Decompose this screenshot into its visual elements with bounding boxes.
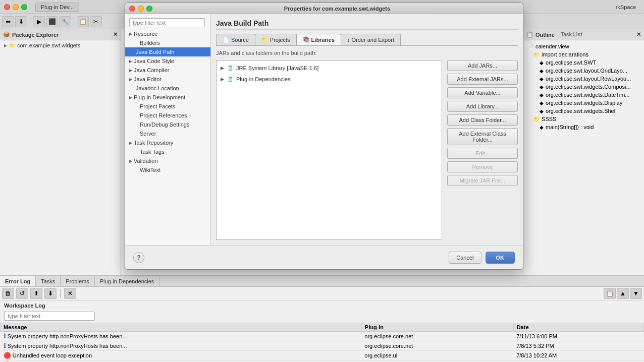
cancel-button[interactable]: Cancel [449,252,481,264]
package-explorer-icon: 📦 [3,31,10,38]
bottom-right-btn-2[interactable]: ▲ [617,288,629,299]
error-icon: 🔴 [4,352,13,359]
close-outline-btn[interactable]: ✕ [636,31,641,38]
outline-item[interactable]: ◆org.eclipse.swt.layout.GridLayo... [525,67,642,75]
bottom-tb-btn-4[interactable]: ⬇ [44,288,57,299]
action-buttons-panel: Add JARs...Add External JARs...Add Varia… [442,60,518,240]
action-btn-add-library-[interactable]: Add Library... [447,101,518,112]
tab-order-and-export[interactable]: ↕Order and Export [341,34,401,45]
dialog-max-btn[interactable] [146,6,152,12]
sidebar-item-builders[interactable]: Builders [125,38,210,47]
toolbar-btn-1[interactable]: ⬅ [2,16,14,27]
outline-item[interactable]: ◆main(String[]) : void [525,123,642,131]
outline-item-icon: ◆ [540,125,544,130]
action-btn-add-class-folder-[interactable]: Add Class Folder... [447,114,518,126]
sidebar-item-project-facets[interactable]: Project Facets [125,102,210,111]
sidebar-item-server[interactable]: Server [125,129,210,138]
outline-item[interactable]: ◆org.eclipse.swt.widgets.Composi... [525,83,642,91]
dialog-titlebar: Properties for com.example.swt.widgets [125,3,523,14]
log-filter-input[interactable] [4,312,95,321]
log-row[interactable]: 🔴 Unhandled event loop exceptionorg.ecli… [1,360,644,363]
sidebar-item-java-compiler[interactable]: ▶Java Compiler [125,66,210,75]
sidebar-item-plug-in-development[interactable]: ▶Plug-in Development [125,93,210,102]
action-btn-add-external-jars-[interactable]: Add External JARs... [447,74,518,85]
toolbar-btn-7[interactable]: ✂ [90,16,102,27]
sidebar-item-java-code-style[interactable]: ▶Java Code Style [125,56,210,66]
bottom-tb-btn-1[interactable]: 🗑 [2,288,14,299]
expand-arrow: ▶ [129,77,132,82]
sidebar-item-run/debug-settings[interactable]: Run/Debug Settings [125,120,210,129]
toolbar-btn-5[interactable]: 🔧 [59,16,71,27]
bottom-tb-btn-2[interactable]: ↺ [16,288,28,299]
build-path-item[interactable]: ▶🫙Plug-in Dependencies [219,74,440,85]
dialog-close-btn[interactable] [129,6,135,12]
toolbar-btn-4[interactable]: ⬛ [46,16,58,27]
build-path-content: ▶🫙JRE System Library [JavaSE-1.6]▶🫙Plug-… [216,60,518,240]
log-column-date: Date [513,323,643,332]
log-message-cell: ℹ System property http.nonProxyHosts has… [1,332,362,341]
bottom-tabs: Error LogTasksProblemsPlug-in Dependenci… [0,276,644,287]
bottom-tb-btn-5[interactable]: ✕ [64,288,76,299]
dialog-filter-input[interactable] [129,18,205,27]
action-btn-add-external-class-folder-[interactable]: Add External Class Folder... [447,128,518,145]
outline-item[interactable]: ◆org.eclipse.swt.widgets.Shell [525,107,642,115]
bottom-right-btn-1[interactable]: 📋 [604,288,616,299]
bottom-tb-btn-3[interactable]: ⬆ [30,288,42,299]
bottom-tab-tasks[interactable]: Tasks [36,276,61,286]
maximize-button[interactable] [21,4,27,10]
sidebar-item-java-build-path[interactable]: Java Build Path [125,47,210,56]
tab-projects[interactable]: 📁Projects [255,34,297,45]
help-button[interactable]: ? [133,252,144,263]
action-btn-edit-: Edit... [447,148,518,159]
toolbar-btn-2[interactable]: ⬇ [15,16,27,27]
tab-libraries[interactable]: 📚Libraries [296,34,341,45]
outline-item[interactable]: ◆org.eclipse.swt.layout.RowLayou... [525,75,642,83]
log-date-cell: 7/8/13 10:22 AM [513,360,643,363]
action-btn-add-jars-[interactable]: Add JARs... [447,60,518,71]
bottom-tab-problems[interactable]: Problems [61,276,94,286]
outline-item[interactable]: ◆org.eclipse.swt.widgets.DateTim... [525,91,642,99]
plugin-tab[interactable]: Plug-in Dev... [35,3,79,12]
log-row[interactable]: ℹ System property http.nonProxyHosts has… [1,332,644,341]
outline-item-icon: ◆ [540,100,544,106]
task-list-title: Task List [561,32,582,37]
sidebar-item-project-references[interactable]: Project References [125,111,210,120]
log-plugin-cell: org.eclipse.core.net [361,341,513,351]
properties-dialog: Properties for com.example.swt.widgets ▶… [125,3,523,270]
log-message: System property http.nonProxyHosts has b… [8,343,127,349]
log-row[interactable]: 🔴 Unhandled event loop exceptionorg.ecli… [1,351,644,360]
bottom-tab-plug-in-dependencies[interactable]: Plug-in Dependencies [95,276,160,286]
sidebar-item-task-repository[interactable]: ▶Task Repository [125,138,210,147]
window-controls [4,4,27,10]
build-path-item[interactable]: ▶🫙JRE System Library [JavaSE-1.6] [219,63,440,74]
outline-item[interactable]: ◆org.eclipse.swt.widgets.Display [525,99,642,107]
outline-item-label: org.eclipse.swt.widgets.DateTim... [546,92,629,98]
sidebar-item-validation[interactable]: ▶Validation [125,156,210,165]
bottom-right-btn-3[interactable]: ▼ [630,288,642,299]
toolbar-btn-3[interactable]: ▶ [33,16,45,27]
sidebar-item-javadoc-location[interactable]: Javadoc Location [125,84,210,93]
close-button[interactable] [4,4,10,10]
dialog-min-btn[interactable] [138,6,144,12]
outline-item[interactable]: 📁SSSS [525,115,642,123]
sidebar-item-label: Task Tags [140,149,165,155]
bottom-tab-error-log[interactable]: Error Log [0,276,36,286]
outline-item[interactable]: 📄calender.view [525,42,642,50]
sidebar-item-java-editor[interactable]: ▶Java Editor [125,75,210,84]
toolbar-btn-6[interactable]: 📋 [77,16,89,27]
sidebar-item-resource[interactable]: ▶Resource [125,29,210,38]
log-row[interactable]: ℹ System property http.nonProxyHosts has… [1,341,644,351]
sidebar-item-task-tags[interactable]: Task Tags [125,147,210,156]
outline-item[interactable]: 📁import declarations [525,50,642,58]
outline-item-label: org.eclipse.swt.widgets.Display [546,100,622,106]
sidebar-item-wikitext[interactable]: WikiText [125,165,210,174]
info-icon: ℹ [4,333,8,340]
tab-source[interactable]: 📄Source [216,34,255,45]
action-btn-add-variable-[interactable]: Add Variable... [447,87,518,98]
sidebar-item-label: Builders [140,40,160,46]
minimize-button[interactable] [13,4,19,10]
ok-button[interactable]: OK [486,252,515,264]
close-panel-btn[interactable]: ✕ [113,31,118,38]
tree-item-project[interactable]: ▶ 📁 com.example.swt.widgets [0,41,121,49]
outline-item[interactable]: ◆org.eclipse.swt.SWT [525,58,642,67]
